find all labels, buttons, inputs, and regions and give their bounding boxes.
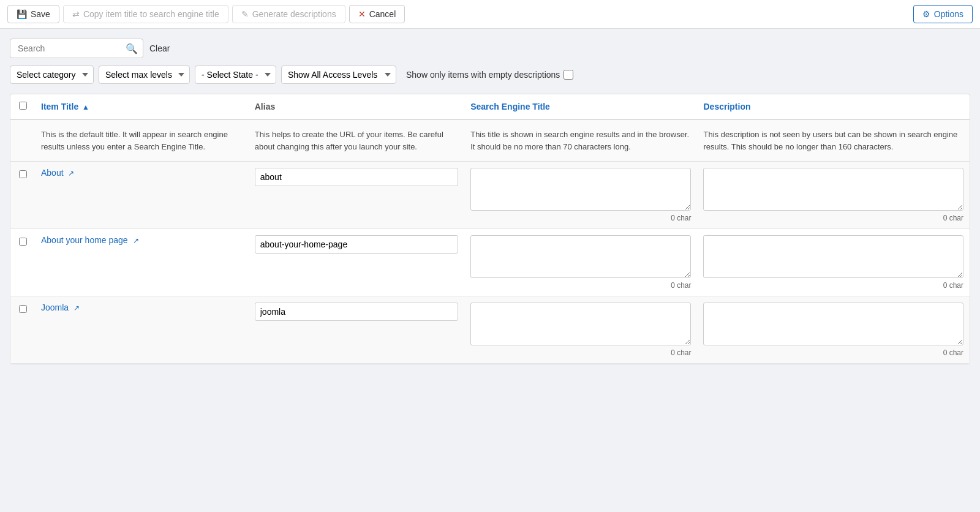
- description-textarea-2[interactable]: [703, 303, 963, 345]
- item-title-description: This is the default title. It will appea…: [35, 119, 249, 162]
- desc-char-count-1: 0 char: [703, 281, 963, 290]
- cancel-button[interactable]: ✕ Cancel: [349, 5, 405, 23]
- seo-title-textarea-2[interactable]: [470, 303, 691, 345]
- description-wrap-2: [703, 303, 963, 347]
- sort-arrow-icon: ▲: [82, 103, 89, 111]
- external-link-icon-0: ↗: [68, 169, 74, 178]
- access-select[interactable]: Show All Access Levels: [281, 66, 396, 84]
- save-button[interactable]: 💾 Save: [7, 5, 59, 23]
- col-seo-title: Search Engine Title: [464, 94, 697, 119]
- alias-input-1[interactable]: [255, 235, 458, 254]
- item-title-link-0[interactable]: About: [41, 168, 64, 178]
- select-all-checkbox[interactable]: [19, 102, 27, 110]
- external-link-icon-1: ↗: [133, 236, 139, 245]
- filter-row: Select category Select max levels - Sele…: [10, 66, 970, 84]
- description-textarea-1[interactable]: [703, 235, 963, 278]
- description-textarea-0[interactable]: [703, 168, 963, 211]
- seo-title-textarea-0[interactable]: [470, 168, 691, 211]
- state-select[interactable]: - Select State -: [195, 66, 276, 84]
- copy-icon: ⇄: [72, 9, 80, 19]
- clear-button[interactable]: Clear: [149, 43, 170, 53]
- table-row: About ↗ 0 char 0 char: [10, 162, 970, 229]
- seo-char-count-2: 0 char: [470, 348, 691, 357]
- col-item-title[interactable]: Item Title ▲: [35, 94, 249, 119]
- alias-input-0[interactable]: [255, 168, 458, 186]
- row-checkbox-2[interactable]: [19, 305, 27, 313]
- options-icon: ⚙: [922, 9, 930, 19]
- search-input[interactable]: [15, 39, 126, 58]
- toolbar: 💾 Save ⇄ Copy item title to search engin…: [0, 0, 980, 29]
- item-title-link-1[interactable]: About your home page: [41, 235, 128, 245]
- column-description-row: This is the default title. It will appea…: [10, 119, 970, 162]
- cancel-icon: ✕: [358, 9, 366, 19]
- show-empty-label: Show only items with empty descriptions: [406, 70, 573, 80]
- search-bar: 🔍 Clear: [10, 39, 970, 58]
- seo-char-count-0: 0 char: [470, 214, 691, 222]
- show-empty-checkbox[interactable]: [564, 70, 573, 80]
- generate-descriptions-button[interactable]: ✎ Generate descriptions: [232, 5, 345, 23]
- main-content: 🔍 Clear Select category Select max level…: [0, 29, 980, 374]
- external-link-icon-2: ↗: [74, 304, 80, 312]
- description-wrap-1: [703, 235, 963, 280]
- row-checkbox-0[interactable]: [19, 170, 27, 178]
- seo-title-wrap-1: [470, 235, 691, 280]
- seo-title-wrap-0: [470, 168, 691, 213]
- table-header-row: Item Title ▲ Alias Search Engine Title D…: [10, 94, 970, 119]
- seo-title-description: This title is shown in search engine res…: [464, 119, 697, 162]
- desc-char-count-0: 0 char: [703, 214, 963, 222]
- row-checkbox-1[interactable]: [19, 238, 27, 246]
- seo-title-textarea-1[interactable]: [470, 235, 691, 278]
- description-description: This description is not seen by users bu…: [697, 119, 970, 162]
- seo-title-wrap-2: [470, 303, 691, 347]
- generate-icon: ✎: [241, 9, 249, 19]
- item-title-link-2[interactable]: Joomla: [41, 303, 69, 312]
- search-button[interactable]: 🔍: [126, 43, 138, 55]
- col-description: Description: [697, 94, 970, 119]
- save-icon: 💾: [17, 9, 27, 19]
- seo-char-count-1: 0 char: [470, 281, 691, 290]
- description-wrap-0: [703, 168, 963, 213]
- desc-char-count-2: 0 char: [703, 348, 963, 357]
- copy-title-button[interactable]: ⇄ Copy item title to search engine title: [63, 5, 228, 23]
- options-button[interactable]: ⚙ Options: [913, 5, 973, 23]
- alias-description: This helps to create the URL of your ite…: [249, 119, 464, 162]
- alias-input-2[interactable]: [255, 303, 458, 321]
- category-select[interactable]: Select category: [10, 66, 94, 84]
- table-row: About your home page ↗ 0 char 0 char: [10, 229, 970, 296]
- search-input-wrap: 🔍: [10, 39, 143, 58]
- col-alias: Alias: [249, 94, 464, 119]
- items-table: Item Title ▲ Alias Search Engine Title D…: [10, 94, 970, 364]
- max-levels-select[interactable]: Select max levels: [99, 66, 190, 84]
- select-all-th: [10, 94, 35, 119]
- table-row: Joomla ↗ 0 char 0 char: [10, 296, 970, 364]
